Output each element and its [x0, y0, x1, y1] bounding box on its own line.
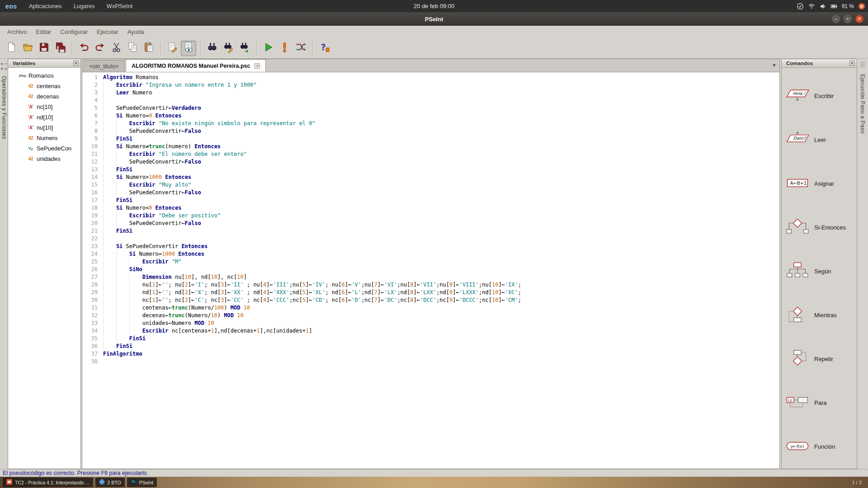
undo-button[interactable]: [76, 41, 91, 56]
taskbar-item-pseint[interactable]: PSeInt: [127, 478, 157, 487]
command-leer[interactable]: Dato?Leer: [782, 118, 857, 162]
check-circle-icon[interactable]: [797, 3, 804, 10]
command-funcion[interactable]: y←f(x)Función: [782, 425, 857, 469]
code-line: 6Si Numero=0 Entonces: [82, 112, 779, 120]
code-token: 'X': [194, 289, 204, 296]
command-para[interactable]: i±Para: [782, 381, 857, 425]
command-repetir[interactable]: Repetir: [782, 337, 857, 381]
code-token: FinSi: [116, 343, 132, 349]
number-type-icon: 42: [26, 94, 35, 99]
code-token: ]←: [224, 297, 230, 303]
syntax-view-button[interactable]: [181, 41, 196, 56]
code-token: ;nc[: [436, 297, 449, 303]
workspace-indicator[interactable]: 1 / 2: [852, 480, 865, 485]
char-type-icon: 'A': [26, 125, 35, 130]
variable-row[interactable]: 'A'nd[10]: [8, 112, 80, 122]
tab-list-dropdown-icon[interactable]: ▼: [772, 62, 777, 68]
code-token: 'VIII': [459, 282, 479, 288]
save-file-button[interactable]: [36, 41, 52, 56]
command-escribir[interactable]: Hola !Escribir: [782, 74, 857, 118]
tab-close-icon[interactable]: ×: [255, 63, 260, 69]
menu-archivo[interactable]: Archivo: [3, 27, 31, 37]
battery-icon[interactable]: [830, 3, 838, 10]
code-token: 8: [410, 289, 413, 296]
minimize-button[interactable]: –: [832, 15, 840, 23]
new-file-button[interactable]: [4, 41, 19, 56]
code-token: ]←: [306, 282, 312, 288]
redo-button[interactable]: [92, 41, 108, 56]
menu-editar[interactable]: Editar: [31, 27, 56, 37]
variables-tree[interactable]: ProRomanos42centenas42decenas'A'nc[10]'A…: [8, 68, 80, 469]
flowchart-button[interactable]: [293, 41, 308, 56]
code-line: 32decenas←trunc(Numero/10) MOD 10: [82, 312, 779, 319]
wifi-icon[interactable]: [808, 3, 815, 10]
indent-guide: [103, 289, 116, 296]
run-button[interactable]: [260, 41, 276, 56]
paste-button[interactable]: [141, 41, 156, 56]
code-token: [142, 82, 146, 88]
replace-button[interactable]: [221, 41, 236, 56]
command-si[interactable]: Si-Entonces: [782, 206, 857, 249]
operators-panel-tab[interactable]: + − × < Operadores y Funciones: [0, 59, 8, 469]
variable-row[interactable]: 42centenas: [8, 81, 80, 91]
variable-row[interactable]: ProRomanos: [8, 70, 80, 81]
code-editor[interactable]: 1Algoritmo Romanos2Escribir "Ingresa un …: [82, 72, 779, 469]
command-mientras[interactable]: Mientras: [782, 293, 857, 337]
indent-guide: [129, 258, 142, 266]
code-token: ]←: [345, 297, 351, 303]
line-number: 10: [82, 143, 103, 150]
code-token: 10: [492, 297, 498, 303]
taskbar-item-label: PSeInt: [139, 480, 154, 485]
pseint-icon: [131, 479, 137, 486]
commands-panel-close-icon[interactable]: ×: [849, 61, 855, 66]
edit-helper-button[interactable]: [165, 41, 180, 56]
line-number: 11: [82, 150, 103, 158]
top-panel-menu-wxpseint[interactable]: WxPSeInt: [107, 3, 133, 9]
open-file-button[interactable]: [20, 41, 35, 56]
code-token: Si: [116, 174, 123, 180]
session-icon[interactable]: [858, 3, 865, 10]
help-button[interactable]: ?: [316, 41, 332, 56]
menu-ayuda[interactable]: Ayuda: [123, 27, 149, 37]
top-panel-menu-lugares[interactable]: Lugares: [74, 3, 95, 9]
code-token: ]←: [266, 297, 273, 303]
command-segun[interactable]: Según: [782, 249, 857, 293]
code-token: [240, 305, 243, 311]
variable-row[interactable]: 'A'nc[10]: [8, 102, 80, 112]
menu-ejecutar[interactable]: Ejecutar: [92, 27, 123, 37]
variable-row[interactable]: 42unidades: [8, 154, 80, 164]
find-button[interactable]: [204, 41, 220, 56]
taskbar-item-impress[interactable]: TC2 - Práctica 4.1: Interpretando ...: [3, 478, 93, 487]
variable-row[interactable]: 42Numero: [8, 133, 80, 143]
variable-row[interactable]: 42decenas: [8, 91, 80, 102]
code-token: 10: [244, 305, 250, 311]
menu-configurar[interactable]: Configurar: [56, 27, 92, 37]
cut-button[interactable]: [108, 41, 124, 56]
volume-icon[interactable]: [819, 3, 826, 10]
top-panel-menu-aplicaciones[interactable]: Aplicaciones: [29, 3, 62, 9]
variable-row[interactable]: 'A'nu[10]: [8, 122, 80, 133]
maximize-button[interactable]: +: [844, 15, 852, 23]
code-token: ;nc[: [479, 297, 492, 303]
close-button[interactable]: ×: [855, 15, 863, 23]
code-token: 'CC': [231, 297, 244, 303]
code-line: 12SePuedeConvertir←Falso: [82, 158, 779, 166]
indent-guide: [116, 327, 129, 335]
save-all-button[interactable]: [52, 41, 68, 56]
tab-algoritmo-romanos[interactable]: ALGORITMO ROMANOS Manuel Pereira.psc ×: [126, 59, 266, 72]
find-next-button[interactable]: [237, 41, 252, 56]
variables-panel-close-icon[interactable]: ×: [73, 61, 79, 66]
copy-button[interactable]: [125, 41, 140, 56]
command-asignar[interactable]: A←B+1Asignar: [782, 162, 857, 206]
run-step-button[interactable]: [277, 41, 292, 56]
code-token: ; nu[: [244, 282, 263, 288]
distro-logo[interactable]: eos: [5, 3, 17, 10]
step-execution-tab[interactable]: Ejecución Paso a Paso: [857, 59, 868, 469]
code-token: [156, 182, 159, 188]
code-token: FinAlgoritmo: [103, 351, 142, 357]
tab-sin-titulo[interactable]: <sin_titulo>: [84, 60, 124, 72]
variable-row[interactable]: VFSePuedeCon: [8, 143, 80, 154]
code-line: 7Escribir "No existe ningún simbolo para…: [82, 120, 779, 127]
indent-guide: [116, 281, 129, 289]
taskbar-item-browser[interactable]: 2 BTO: [95, 478, 125, 487]
